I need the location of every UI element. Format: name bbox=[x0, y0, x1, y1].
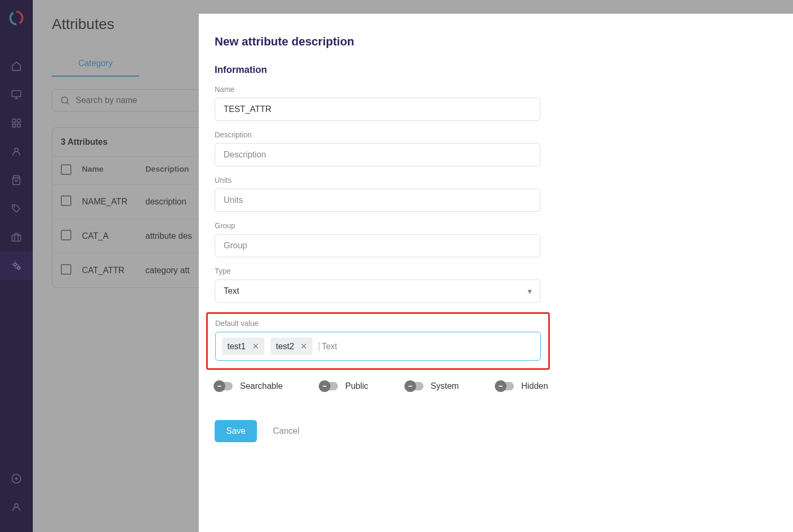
toggle-label: System bbox=[431, 381, 459, 391]
toggle-hidden: Hidden bbox=[496, 381, 548, 391]
units-input[interactable] bbox=[215, 189, 540, 212]
toggle-label: Searchable bbox=[240, 381, 283, 391]
toggle-searchable: Searchable bbox=[215, 381, 283, 391]
default-value-highlight: Default value test1 ✕ test2 ✕ Text bbox=[206, 312, 550, 370]
tag-label: test2 bbox=[276, 342, 294, 351]
name-input[interactable] bbox=[215, 98, 540, 121]
type-label: Type bbox=[215, 267, 540, 275]
field-units: Units bbox=[215, 176, 540, 212]
toggle-switch[interactable] bbox=[320, 382, 338, 390]
tag-remove-icon[interactable]: ✕ bbox=[252, 341, 259, 351]
field-name: Name bbox=[215, 85, 540, 121]
default-value-label: Default value bbox=[215, 319, 541, 328]
toggle-switch[interactable] bbox=[496, 382, 514, 390]
toggle-public: Public bbox=[320, 381, 368, 391]
group-input[interactable] bbox=[215, 234, 540, 257]
field-type: Type ▾ bbox=[215, 267, 540, 303]
group-label: Group bbox=[215, 221, 540, 230]
save-button[interactable]: Save bbox=[215, 420, 257, 442]
tag-label: test1 bbox=[227, 342, 246, 351]
toggle-system: System bbox=[405, 381, 459, 391]
type-select[interactable] bbox=[215, 279, 540, 303]
tag-chip: test2 ✕ bbox=[271, 338, 313, 355]
chevron-down-icon: ▾ bbox=[528, 286, 532, 296]
cancel-button[interactable]: Cancel bbox=[273, 426, 299, 436]
section-information: Information bbox=[215, 64, 777, 76]
default-value-input[interactable]: test1 ✕ test2 ✕ Text bbox=[215, 332, 541, 361]
units-label: Units bbox=[215, 176, 540, 184]
new-attribute-modal: New attribute description Information Na… bbox=[199, 14, 793, 532]
toggle-label: Hidden bbox=[521, 381, 548, 391]
description-input[interactable] bbox=[215, 143, 540, 166]
tag-chip: test1 ✕ bbox=[222, 338, 264, 355]
default-value-placeholder: Text bbox=[319, 342, 337, 351]
toggle-switch[interactable] bbox=[215, 382, 233, 390]
toggle-label: Public bbox=[345, 381, 368, 391]
field-group: Group bbox=[215, 221, 540, 257]
name-label: Name bbox=[215, 85, 540, 94]
modal-title: New attribute description bbox=[215, 35, 777, 49]
tag-remove-icon[interactable]: ✕ bbox=[300, 341, 307, 351]
toggle-switch[interactable] bbox=[405, 382, 423, 390]
field-description: Description bbox=[215, 130, 540, 166]
description-label: Description bbox=[215, 130, 540, 139]
toggles-row: Searchable Public System Hidden bbox=[215, 381, 777, 391]
modal-actions: Save Cancel bbox=[215, 420, 777, 442]
